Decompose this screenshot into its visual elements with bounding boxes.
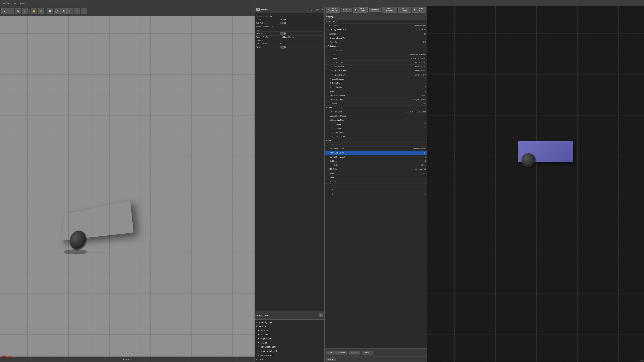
viewport-right[interactable]: 31 fps [427,6,644,362]
left-viewport-grid[interactable] [0,6,254,362]
panel-options[interactable]: ⋮ [310,8,313,12]
tree-item-sun[interactable]: ☀ sun [255,357,324,361]
display-row-line-style[interactable]: Line Style Lines [325,163,427,167]
add-display-btn[interactable]: Add [326,351,334,354]
display-row-topic[interactable]: Topic 1 messages received [325,52,427,56]
display-row-links[interactable]: ▼ Links [325,106,427,110]
display-row-plane-cell-count[interactable]: Plane Cell Count 25 [325,151,427,155]
grid-alpha-value: 0.5 [423,172,426,174]
wind-mode-toggle[interactable] [280,32,286,35]
tree-item-chassis[interactable]: ■ chassis [255,328,324,332]
display-row-chassis-link[interactable]: ▼ ✓ chassis ✓ [325,126,427,130]
self-collide-toggle[interactable] [280,22,286,25]
display-row-fixed-frame[interactable]: Fixed Frame vehicle/odom [325,24,427,28]
toolbar-lights[interactable]: ☀ [74,8,80,14]
tree-item-right-wheel[interactable]: ■ right_wheel [255,337,324,341]
display-row-expand-links[interactable]: Expand Link Details [325,114,427,118]
toolbar-select[interactable]: ▶ [1,8,8,14]
status-arrow: ▼ [330,49,331,51]
display-row-y[interactable]: Y 0 [325,188,427,192]
chassis-label: chassis [261,329,268,332]
display-row-frame-rate[interactable]: Frame Rate 30 [325,32,427,36]
display-row-ref-frame[interactable]: Reference Frame <Fixed Frame> [325,147,427,151]
toolbar-more[interactable]: ⋯ [81,8,87,14]
menu-panels[interactable]: Panels [19,2,25,4]
display-row-robotmodel[interactable]: ▼ RobotModel [325,44,427,48]
select-btn[interactable]: ▶ Select [341,8,352,12]
2d-goal-btn[interactable]: 2D Goal Pose [398,7,411,13]
move-camera-btn[interactable]: ↕ Move Camera [326,7,340,13]
tree-item-vehicle[interactable]: ■ vehicle [255,324,324,328]
display-row-visual-enabled[interactable]: ✓ Visual Enabled ✓ [325,77,427,81]
display-row-grid-alpha[interactable]: Alpha 0.5 [325,171,427,175]
toolbar-scale[interactable]: ↔ [22,8,28,14]
display-row-collision-enabled[interactable]: Collision Enabled [325,81,427,85]
display-row-caster-link[interactable]: ▼ ✓ caster ✓ [325,122,427,126]
measure-btn[interactable]: ≡ Measure [369,8,382,12]
display-row-left-wheel-link[interactable]: ▼ ✓ left_wheel ✓ [325,130,427,134]
display-row-plane[interactable]: Plane XY [325,175,427,179]
display-row-status-ok[interactable]: ▼ ✓ Status: Ok [325,48,427,52]
duplicate-display-btn[interactable]: Duplicate [335,351,348,354]
tree-item-caster-wheel[interactable]: ■ caster_wheel [255,353,324,357]
display-row-right-wheel-link[interactable]: ▼ ✓ right_wheel ✓ [325,134,427,138]
display-row-x[interactable]: X 0 [325,184,427,188]
displays-content[interactable]: ▶ Global Options Fixed Frame vehicle/odo… [325,20,427,348]
display-row-urdf[interactable]: URDF URDF parsed OK [325,56,427,61]
caster-link-value: ✓ [424,123,426,125]
display-row-grid-color[interactable]: Color 160; 160; 164 [325,167,427,171]
display-row-offset[interactable]: ▼ Offset [325,179,427,184]
display-row-grid[interactable]: ▼ Grid [325,138,427,143]
focus-camera-btn[interactable]: ◉ Focus Camera [353,7,368,13]
display-row-desc-source[interactable]: Description Source Topic [325,93,427,97]
tree-item-right-wheel-joint[interactable]: ■ right_wheel_joint [255,349,324,353]
display-row-vehicle-caster[interactable]: vehicle/caster Transform OK [325,61,427,65]
toolbar-translate[interactable]: ↕ [8,8,14,14]
display-row-bg-color[interactable]: Background Color 48; 48; 48 [325,28,427,32]
display-row-vehicle-left-wheel[interactable]: vehicle/left_wheel Transform OK [325,69,427,73]
tree-item-left-wheel-joint[interactable]: ■ left_wheel_joint [255,345,324,349]
tree-item-left-wheel[interactable]: ■ left_wheel [255,332,324,337]
toolbar-hand[interactable]: ✋ [31,8,37,14]
menu-file[interactable]: File [13,2,16,4]
display-row-vehicle-right-wheel[interactable]: vehicle/right_wh... Transform OK [325,73,427,77]
y-value: 0 [425,189,426,191]
rename-display-btn[interactable]: Rename [362,351,373,354]
tree-item-caster[interactable]: ■ caster [255,341,324,345]
toolbar-rotate[interactable]: ↻ [15,8,21,14]
2d-pose-btn[interactable]: 2D Pose Estimate [382,7,397,13]
static-toggle[interactable] [280,46,286,49]
display-row-alpha[interactable]: Alpha 1 [325,89,427,93]
toolbar-measure[interactable]: ↺ [38,8,44,14]
display-row-z[interactable]: Z 0 [325,192,427,196]
display-row-all-links[interactable]: All Links Enabled [325,118,427,122]
display-row-global-status[interactable]: ▼ ✓ Global Status: Ok [325,36,427,40]
entity-tree-add-btn[interactable]: + [318,313,323,317]
reset-btn[interactable]: Reset [326,357,336,361]
display-row-vehicle-chassis[interactable]: vehicle/chassis Transform OK [325,65,427,69]
cell-size-value: 1 [425,160,426,162]
publish-point-btn[interactable]: ◉ Publish Point [412,7,426,13]
ref-frame-label: Reference Frame [330,148,412,150]
toolbar-box[interactable]: ▣ [47,8,53,14]
display-row-update-interval[interactable]: Update Interval 0 [325,85,427,89]
remove-display-btn[interactable]: Remove [349,351,360,354]
display-row-cell-size[interactable]: Cell Size 1 [325,159,427,163]
display-row-fixed-frame-status[interactable]: Fixed Frame OK [325,40,427,44]
right-viewport-grid[interactable] [427,6,644,362]
menu-help[interactable]: Help [28,2,32,4]
bg-color-value: 48; 48; 48 [418,29,426,31]
toolbar-sphere[interactable]: ◯ [54,8,60,14]
panel-minimize[interactable]: − [306,8,309,12]
viewport-left[interactable]: ▶ ↕ ↻ ↔ ✋ ↺ ▣ ◯ ◍ ▭ ☀ ⋯ ● [0,6,254,362]
display-row-grid-status[interactable]: ✓ Status: Ok [325,143,427,147]
toolbar-cylinder[interactable]: ◍ [60,8,66,14]
display-row-desc-topic[interactable]: Description Topic /robot_description [325,97,427,102]
display-row-link-tree-style[interactable]: Link Tree Style Links in Alphabetic Orde… [325,110,427,114]
display-row-tf-prefix[interactable]: TF Prefix vehicle [325,102,427,106]
tree-item-ground-plane[interactable]: ■ ground_plane [255,320,324,324]
display-row-global-options[interactable]: ▶ Global Options [325,20,427,24]
entity-tree-list[interactable]: ■ ground_plane ■ vehicle ■ chassis ■ lef… [255,320,324,362]
toolbar-capsule[interactable]: ▭ [67,8,74,14]
display-row-normal-cell-count[interactable]: Normal Cell Count 0 [325,155,427,159]
